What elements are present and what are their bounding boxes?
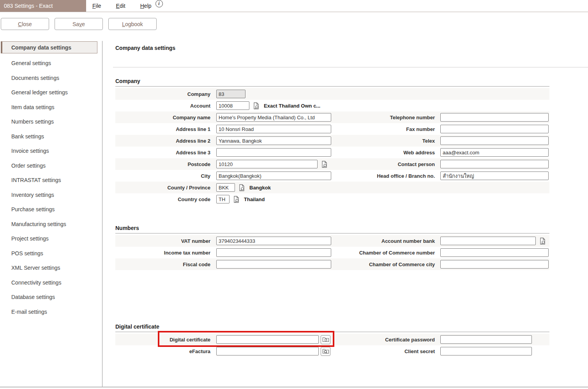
country-linked-name: Thailand xyxy=(244,196,265,202)
row-company-name: Company name Telephone number xyxy=(115,111,549,123)
fiscal-code-input[interactable] xyxy=(216,260,331,269)
bank-lookup-icon[interactable] xyxy=(539,237,546,245)
section-heading-numbers: Numbers xyxy=(115,225,549,233)
window-bottom-border xyxy=(0,387,588,387)
section-company: Company Company Account Exact Thailand O… xyxy=(115,78,549,205)
sidebar-item-label: Company data settings xyxy=(11,44,71,51)
coc-number-label: Chamber of Commerce number xyxy=(339,250,435,256)
telex-input[interactable] xyxy=(440,136,549,145)
income-tax-input[interactable] xyxy=(216,248,331,257)
sidebar-item-label: Invoice settings xyxy=(11,148,49,154)
account-number-bank-input[interactable] xyxy=(440,237,536,245)
section-heading-digital: Digital certificate xyxy=(115,324,549,332)
row-vat: VAT number Account number bank xyxy=(115,235,549,247)
menu-item[interactable]: Edit xyxy=(116,3,125,9)
sidebar-item[interactable]: Inventory settings xyxy=(1,187,97,202)
sidebar-item[interactable]: Purchase settings xyxy=(1,202,97,217)
head-office-input[interactable] xyxy=(440,172,549,180)
section-heading-company: Company xyxy=(115,78,549,87)
sidebar-item[interactable]: Bank settings xyxy=(1,129,97,144)
row-efactura: eFactura Client secret xyxy=(115,345,549,357)
sidebar-item[interactable]: Manufacturing settings xyxy=(1,217,97,232)
sidebar-item-label: XML Server settings xyxy=(11,265,60,271)
digital-certificate-file-button[interactable] xyxy=(321,335,330,344)
sidebar-item-label: General settings xyxy=(11,60,51,66)
sidebar-item[interactable]: Company data settings xyxy=(1,41,97,53)
sidebar-item-label: General ledger settings xyxy=(11,89,68,95)
contact-person-input[interactable] xyxy=(440,160,549,168)
telephone-input[interactable] xyxy=(440,113,549,122)
address2-label: Address line 2 xyxy=(115,138,210,144)
sidebar-item[interactable]: Documents settings xyxy=(1,71,97,85)
toolbar-button[interactable]: Close xyxy=(1,18,49,30)
sidebar-item[interactable]: Invoice settings xyxy=(1,144,97,159)
company-name-input[interactable] xyxy=(216,113,331,122)
county-input[interactable] xyxy=(216,183,235,192)
sidebar-item[interactable]: Item data settings xyxy=(1,100,97,115)
county-lookup-icon[interactable] xyxy=(238,184,245,191)
info-icon[interactable] xyxy=(155,0,163,7)
country-code-input[interactable] xyxy=(216,195,230,203)
sidebar-item[interactable]: Connectivity settings xyxy=(1,275,97,290)
row-county: County / Province Bangkok xyxy=(115,182,549,193)
company-code-label: Company xyxy=(115,91,210,97)
menu-item[interactable]: File xyxy=(92,3,101,9)
company-code-input xyxy=(216,90,245,98)
client-secret-label: Client secret xyxy=(339,348,435,354)
account-input[interactable] xyxy=(216,101,249,110)
settings-nav: Company data settings General settings D… xyxy=(1,41,97,319)
sidebar-item[interactable]: INTRASTAT settings xyxy=(1,173,97,188)
toolbar-button[interactable]: Logbook xyxy=(108,18,157,30)
sidebar-item-label: Database settings xyxy=(11,294,55,300)
client-secret-input[interactable] xyxy=(440,347,532,355)
telephone-label: Telephone number xyxy=(339,115,435,120)
sidebar-item-label: Item data settings xyxy=(11,104,55,110)
fax-label: Fax number xyxy=(339,126,435,132)
sidebar-item[interactable]: Project settings xyxy=(1,232,97,246)
sidebar-item[interactable]: E-mail settings xyxy=(1,304,97,319)
open-file-icon xyxy=(322,336,329,343)
row-address3: Address line 3 Web address xyxy=(115,147,549,158)
web-address-input[interactable] xyxy=(440,148,549,157)
country-lookup-icon[interactable] xyxy=(233,196,240,203)
digital-certificate-input[interactable] xyxy=(216,335,319,344)
fiscal-code-label: Fiscal code xyxy=(115,262,210,267)
company-name-label: Company name xyxy=(115,115,210,120)
address1-input[interactable] xyxy=(216,125,331,133)
county-label: County / Province xyxy=(115,185,210,191)
certificate-password-label: Certificate password xyxy=(339,337,435,343)
sidebar-item[interactable]: General ledger settings xyxy=(1,85,97,100)
telex-label: Telex xyxy=(339,138,435,144)
efactura-browse-button[interactable] xyxy=(321,347,330,356)
sidebar-item[interactable]: XML Server settings xyxy=(1,261,97,276)
address2-input[interactable] xyxy=(216,136,331,145)
city-input[interactable] xyxy=(216,172,331,180)
sidebar-item[interactable]: General settings xyxy=(1,56,97,71)
sidebar-item-label: Numbers settings xyxy=(11,118,54,125)
row-digital-certificate: Digital certificate Certificate password xyxy=(115,334,549,345)
coc-number-input[interactable] xyxy=(440,248,549,257)
postcode-label: Postcode xyxy=(115,161,210,167)
account-lookup-icon[interactable] xyxy=(253,102,260,110)
sidebar-item[interactable]: POS settings xyxy=(1,246,97,261)
digital-certificate-label: Digital certificate xyxy=(115,337,210,343)
sidebar-item[interactable]: Order settings xyxy=(1,158,97,173)
fax-input[interactable] xyxy=(440,125,549,133)
vat-input[interactable] xyxy=(216,237,331,245)
coc-city-input[interactable] xyxy=(440,260,549,269)
row-fiscal-code: Fiscal code Chamber of Commerce city xyxy=(115,258,549,270)
address3-input[interactable] xyxy=(216,148,331,157)
sidebar-item[interactable]: Numbers settings xyxy=(1,115,97,129)
postcode-input[interactable] xyxy=(216,160,318,168)
postcode-lookup-icon[interactable] xyxy=(321,161,328,168)
row-city: City Head office / Branch no. xyxy=(115,170,549,182)
sidebar-item[interactable]: Database settings xyxy=(1,290,97,305)
certificate-password-input[interactable] xyxy=(440,335,532,344)
toolbar-button[interactable]: Save xyxy=(55,18,103,30)
browse-folder-icon xyxy=(322,348,329,354)
sidebar-item-label: Inventory settings xyxy=(11,192,54,198)
menu-item[interactable]: Help xyxy=(140,3,152,9)
row-income-tax: Income tax number Chamber of Commerce nu… xyxy=(115,247,549,258)
sidebar-item-label: Manufacturing settings xyxy=(11,221,66,227)
efactura-input[interactable] xyxy=(216,347,319,355)
